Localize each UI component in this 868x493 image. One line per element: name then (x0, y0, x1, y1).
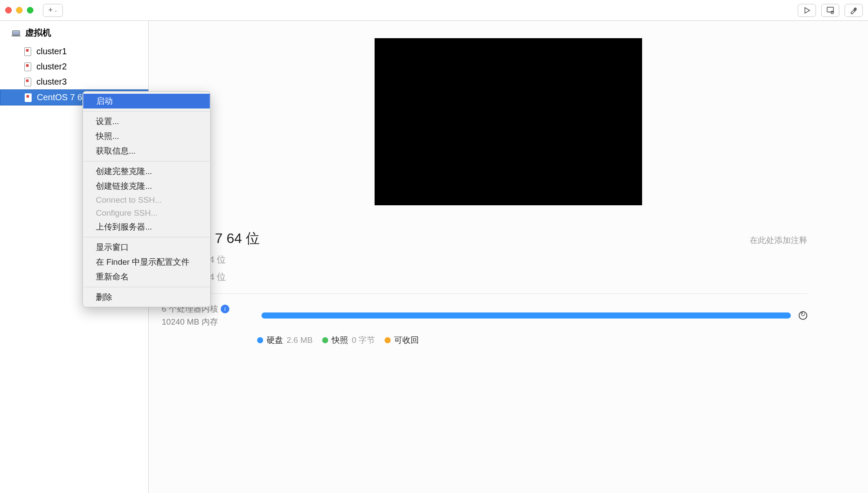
vm-icon (24, 78, 31, 86)
menu-settings[interactable]: 设置... (83, 114, 210, 129)
menu-separator (83, 287, 210, 287)
vm-item-cluster3[interactable]: cluster3 (0, 74, 148, 89)
info-icon[interactable]: i (221, 305, 229, 313)
menu-snapshot[interactable]: 快照... (83, 129, 210, 144)
legend-snapshot: 快照 0 字节 (322, 335, 375, 346)
vm-notes-placeholder[interactable]: 在此处添加注释 (750, 235, 807, 246)
divider (162, 293, 807, 294)
legend-disk: 硬盘 2.6 MB (257, 335, 313, 346)
legend-disk-value: 2.6 MB (287, 335, 313, 345)
toolbar-right (798, 4, 863, 17)
maximize-button[interactable] (27, 7, 33, 13)
menu-get-info[interactable]: 获取信息... (83, 144, 210, 158)
dot-orange-icon (385, 337, 391, 343)
menu-configure-ssh: Configure SSH... (83, 207, 210, 220)
content-pane: CentOS 7 64 位 在此处添加注释 CentOS 7 64 位 Cent… (149, 21, 868, 493)
dot-green-icon (322, 337, 328, 343)
play-button[interactable] (798, 4, 816, 17)
legend-snapshot-value: 0 字节 (352, 335, 375, 346)
legend-disk-label: 硬盘 (267, 335, 283, 346)
vm-subtitle: CentOS 7 64 位 (162, 253, 855, 266)
vm-label: CentOS 7 64 (37, 92, 87, 102)
window-controls (5, 7, 33, 13)
svg-marker-0 (805, 7, 809, 13)
snapshot-tool-button[interactable] (821, 4, 839, 17)
laptop-icon (12, 30, 20, 36)
context-menu: 启动 设置... 快照... 获取信息... 创建完整克隆... 创建链接克隆.… (82, 91, 211, 307)
titlebar: + ⌄ (0, 0, 868, 21)
vm-title-row: CentOS 7 64 位 在此处添加注释 (212, 229, 855, 248)
vm-os-subtitle: CentOS 7 64 位 (162, 271, 855, 283)
svg-point-2 (831, 11, 834, 13)
vm-icon (24, 62, 31, 71)
memory-text: 10240 MB 内存 (162, 316, 257, 328)
menu-linked-clone[interactable]: 创建链接克隆... (83, 179, 210, 194)
add-button[interactable]: + ⌄ (43, 4, 63, 17)
vm-label: cluster2 (36, 62, 67, 72)
menu-start[interactable]: 启动 (83, 94, 210, 108)
menu-rename[interactable]: 重新命名 (83, 270, 210, 284)
menu-upload[interactable]: 上传到服务器... (83, 220, 210, 234)
dot-blue-icon (257, 337, 263, 343)
menu-show-in-finder[interactable]: 在 Finder 中显示配置文件 (83, 255, 210, 270)
chevron-down-icon: ⌄ (54, 8, 58, 13)
sidebar-header[interactable]: 虚拟机 (0, 24, 148, 41)
legend-row: 硬盘 2.6 MB 快照 0 字节 可收回 (257, 335, 855, 346)
legend-reclaim: 可收回 (385, 335, 419, 346)
settings-tool-button[interactable] (845, 4, 863, 17)
menu-connect-ssh: Connect to SSH... (83, 194, 210, 207)
vm-label: cluster3 (36, 77, 67, 87)
spec-row: 6 个处理器内核 i 10240 MB 内存 (162, 303, 855, 328)
menu-separator (83, 237, 210, 237)
menu-separator (83, 161, 210, 161)
menu-show-window[interactable]: 显示窗口 (83, 240, 210, 255)
minimize-button[interactable] (16, 7, 23, 13)
menu-separator (83, 111, 210, 112)
refresh-icon[interactable] (799, 311, 807, 320)
legend-reclaim-label: 可收回 (394, 335, 419, 346)
vm-icon (24, 47, 31, 56)
plus-icon: + (48, 6, 53, 15)
menu-full-clone[interactable]: 创建完整克隆... (83, 164, 210, 179)
close-button[interactable] (5, 7, 12, 13)
vm-item-cluster2[interactable]: cluster2 (0, 59, 148, 74)
vm-item-cluster1[interactable]: cluster1 (0, 44, 148, 59)
vm-preview[interactable] (375, 38, 642, 205)
disk-usage-bar (261, 312, 791, 319)
vm-icon (25, 93, 32, 102)
legend-snapshot-label: 快照 (332, 335, 348, 346)
menu-delete[interactable]: 删除 (83, 290, 210, 305)
vm-label: cluster1 (36, 46, 67, 56)
sidebar-header-label: 虚拟机 (25, 27, 51, 39)
